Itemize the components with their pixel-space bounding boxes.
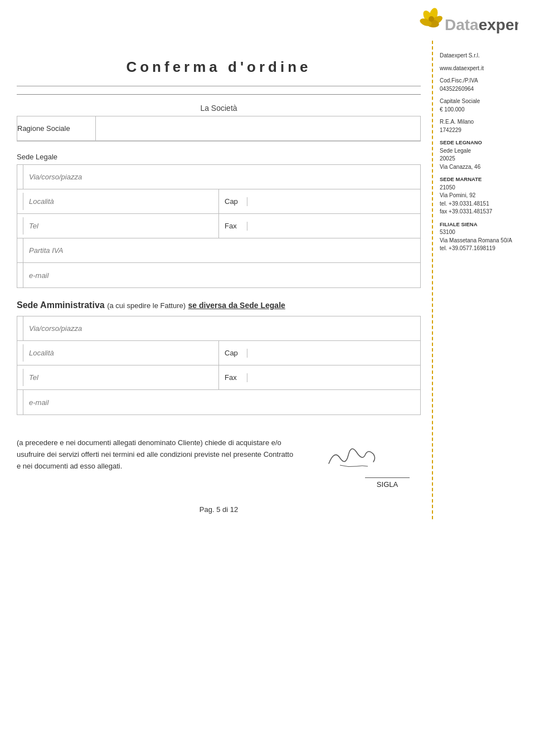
dataexpert-logo: Dataexpert bbox=[412, 7, 518, 39]
cap-label: Cap bbox=[219, 193, 247, 210]
sigla-label: SIGLA bbox=[377, 480, 398, 489]
amm-localita-cap-row: Località Cap bbox=[17, 341, 420, 365]
page-number: Pag. 5 di 12 bbox=[17, 505, 421, 519]
sede-amministrativa-box: Via/corso/piazza Località Cap bbox=[17, 316, 421, 415]
sede-amm-subtext: (a cui spedire le Fatture) bbox=[107, 301, 186, 310]
amm-fax-col: Fax bbox=[218, 365, 420, 389]
svg-point-5 bbox=[429, 16, 434, 22]
via-row: Via/corso/piazza bbox=[17, 165, 420, 189]
fax-label: Fax bbox=[219, 217, 247, 235]
sede-amm-link: se diversa da Sede Legale bbox=[188, 301, 285, 310]
ragione-sociale-row: Ragione Sociale bbox=[17, 116, 420, 141]
tel-fax-row: Tel Fax bbox=[17, 214, 420, 238]
amm-tel-col: Tel bbox=[17, 365, 218, 389]
amm-tel-field: Tel bbox=[23, 369, 218, 386]
amm-localita-col: Località bbox=[17, 341, 218, 365]
svg-text:Dataexpert: Dataexpert bbox=[445, 16, 518, 33]
right-sidebar: Dataexpert S.r.l. www.dataexpert.it Cod.… bbox=[432, 41, 535, 519]
signature-image bbox=[318, 438, 385, 472]
fax-field bbox=[247, 222, 420, 231]
amm-email-field: e-mail bbox=[23, 390, 420, 414]
la-societa-label: La Società bbox=[17, 104, 421, 113]
sede-marnate: SEDE MARNATE 21050 Via Pomini, 92 tel. +… bbox=[440, 175, 527, 216]
via-placeholder: Via/corso/piazza bbox=[29, 173, 82, 181]
partita-iva-field: Partita IVA bbox=[23, 238, 420, 262]
amm-localita-field: Località bbox=[23, 344, 218, 362]
cap-col: Cap bbox=[218, 189, 420, 213]
page: Dataexpert Conferma d'ordine La Società … bbox=[0, 0, 535, 756]
sede-legale-box: Via/corso/piazza Località Cap bbox=[17, 164, 421, 288]
sede-amministrativa-heading: Sede Amministrativa (a cui spedire le Fa… bbox=[17, 300, 421, 310]
footer-text: (a precedere e nei documenti allegati de… bbox=[17, 437, 295, 472]
footer-content: (a precedere e nei documenti allegati de… bbox=[17, 438, 293, 470]
amm-localita-placeholder: Località bbox=[29, 349, 54, 357]
sede-legnano: SEDE LEGNANO Sede Legale 20025 Via Canaz… bbox=[440, 139, 527, 171]
amm-email-row: e-mail bbox=[17, 390, 420, 414]
company-capitale: Capitale Sociale € 100.000 bbox=[440, 97, 527, 114]
email-row: e-mail bbox=[17, 263, 420, 287]
tel-placeholder: Tel bbox=[29, 222, 38, 230]
left-content: Conferma d'ordine La Società Ragione Soc… bbox=[0, 41, 432, 519]
ragione-sociale-section: Ragione Sociale bbox=[17, 116, 421, 142]
tel-field: Tel bbox=[23, 217, 218, 235]
ragione-sociale-label: Ragione Sociale bbox=[17, 116, 95, 140]
sede-amm-title: Sede Amministrativa bbox=[17, 300, 105, 310]
page-title: Conferma d'ordine bbox=[17, 46, 421, 86]
amm-fax-field bbox=[247, 373, 420, 382]
signature-area bbox=[312, 438, 390, 472]
sigla-area: SIGLA bbox=[365, 477, 410, 489]
amm-via-placeholder: Via/corso/piazza bbox=[29, 324, 82, 333]
partita-iva-row: Partita IVA bbox=[17, 238, 420, 263]
logo-container: Dataexpert bbox=[412, 7, 518, 41]
amm-fax-label: Fax bbox=[219, 369, 247, 386]
partita-iva-placeholder: Partita IVA bbox=[29, 246, 63, 255]
amm-via-field: Via/corso/piazza bbox=[23, 316, 420, 340]
localita-field: Località bbox=[23, 193, 218, 210]
cap-field bbox=[247, 197, 420, 206]
amm-cap-label: Cap bbox=[219, 344, 247, 362]
company-rea: R.E.A. Milano 1742229 bbox=[440, 118, 527, 134]
content-wrapper: Conferma d'ordine La Società Ragione Soc… bbox=[0, 41, 535, 519]
amm-email-placeholder: e-mail bbox=[29, 398, 48, 407]
email-placeholder: e-mail bbox=[29, 271, 48, 280]
localita-cap-row: Località Cap bbox=[17, 189, 420, 214]
via-field: Via/corso/piazza bbox=[23, 165, 420, 189]
localita-col: Località bbox=[17, 189, 218, 213]
amm-cap-field bbox=[247, 349, 420, 358]
company-name: Dataexpert S.r.l. bbox=[440, 52, 527, 60]
amm-tel-fax-row: Tel Fax bbox=[17, 365, 420, 390]
amm-tel-placeholder: Tel bbox=[29, 373, 38, 382]
amm-cap-col: Cap bbox=[218, 341, 420, 365]
localita-placeholder: Località bbox=[29, 197, 54, 206]
company-website: www.dataexpert.it bbox=[440, 65, 527, 73]
email-field: e-mail bbox=[23, 263, 420, 287]
amm-via-row: Via/corso/piazza bbox=[17, 316, 420, 341]
sede-legale-label: Sede Legale bbox=[17, 153, 421, 161]
company-codfiscpiva: Cod.Fisc./P.IVA 04352260964 bbox=[440, 77, 527, 93]
ragione-sociale-field bbox=[95, 116, 420, 140]
tel-col: Tel bbox=[17, 214, 218, 238]
fax-col: Fax bbox=[218, 214, 420, 238]
filiale-siena: FILIALE SIENA 53100 Via Massetana Romana… bbox=[440, 221, 527, 253]
